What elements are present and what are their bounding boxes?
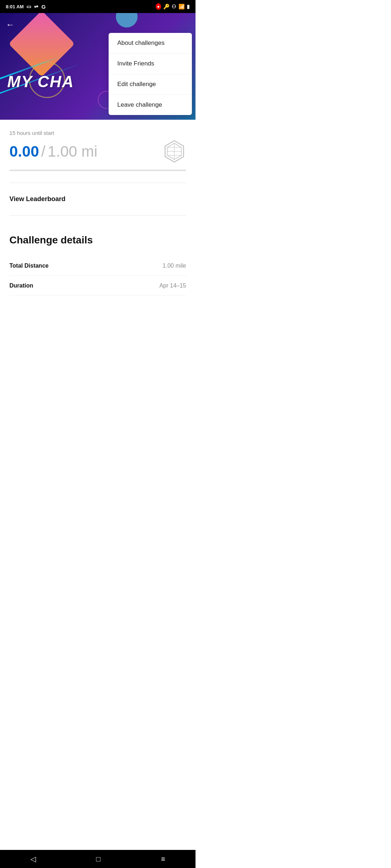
menu-item-invite-friends[interactable]: Invite Friends [109, 54, 192, 74]
detail-value-distance: 1.00 mile [163, 263, 186, 269]
detail-value-duration: Apr 14–15 [159, 282, 186, 289]
menu-item-leave-challenge[interactable]: Leave challenge [109, 95, 192, 115]
hours-until-start: 15 hours until start [9, 130, 186, 136]
status-time: 8:01 AM [6, 4, 24, 9]
bluetooth-icon: ⚇ [172, 4, 176, 9]
progress-section: 15 hours until start 0.00 / 1.00 mi [0, 120, 196, 178]
hero-title: MY CHA [7, 73, 74, 91]
nike-badge [163, 140, 186, 163]
hero-banner: ← MY CHA About challenges Invite Friends… [0, 13, 196, 120]
divider-1 [9, 183, 186, 183]
divider-2 [9, 215, 186, 216]
total-distance: 1.00 mi [47, 143, 97, 160]
leaderboard-label[interactable]: View Leaderboard [9, 195, 66, 203]
progress-bar-container [9, 170, 186, 171]
status-right: ● 🔑 ⚇ 📶 ▮ [156, 3, 190, 10]
challenge-details-section: Challenge details Total Distance 1.00 mi… [0, 220, 196, 303]
status-bar: 8:01 AM ▭ ⇌ G ● 🔑 ⚇ 📶 ▮ [0, 0, 196, 13]
current-distance: 0.00 [9, 143, 39, 160]
menu-item-about-challenges[interactable]: About challenges [109, 33, 192, 54]
google-icon: G [41, 4, 46, 10]
key-icon: 🔑 [163, 4, 169, 9]
distance-display: 0.00 / 1.00 mi [9, 143, 97, 160]
detail-label-distance: Total Distance [9, 263, 49, 269]
dropdown-menu: About challenges Invite Friends Edit cha… [109, 33, 192, 115]
detail-label-duration: Duration [9, 282, 33, 289]
battery-icon: ▮ [187, 4, 190, 9]
distance-row: 0.00 / 1.00 mi [9, 140, 186, 163]
back-button[interactable]: ← [6, 20, 14, 30]
menu-item-edit-challenge[interactable]: Edit challenge [109, 74, 192, 95]
wifi-icon: 📶 [178, 4, 185, 9]
challenge-details-title: Challenge details [9, 234, 186, 246]
distance-separator: / [41, 143, 46, 160]
content-area: 15 hours until start 0.00 / 1.00 mi [0, 120, 196, 303]
hero-decoration-circle-top [116, 13, 138, 27]
detail-row-distance: Total Distance 1.00 mile [9, 256, 186, 276]
cast-icon: ⇌ [34, 4, 38, 9]
status-left: 8:01 AM ▭ ⇌ G [6, 4, 46, 10]
detail-row-duration: Duration Apr 14–15 [9, 276, 186, 296]
leaderboard-row[interactable]: View Leaderboard [0, 187, 196, 211]
camera-icon: ▭ [26, 4, 31, 9]
record-icon: ● [156, 3, 161, 10]
